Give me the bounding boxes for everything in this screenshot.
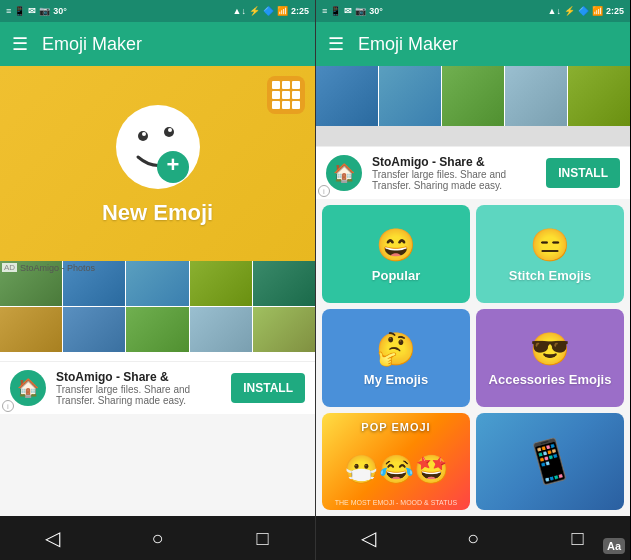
right-photo-2 (379, 66, 441, 126)
right-notification-bar: 🏠 StoAmigo - Share & Transfer large file… (316, 146, 630, 199)
right-notif-icon: 🏠 (326, 155, 362, 191)
accessories-label: Accessories Emojis (489, 372, 612, 387)
photo-cell-10 (253, 307, 315, 352)
right-status-right-icons: ▲↓ ⚡ 🔷 📶 2:25 (548, 6, 624, 16)
left-back-button[interactable]: ◁ (31, 516, 75, 560)
pop-emoji-subtitle: THE MOST EMOJI - MOOD & STATUS (335, 499, 458, 506)
pop-emoji-faces: 😷😂🤩 (344, 453, 449, 486)
right-photo-5 (568, 66, 630, 126)
right-panel: ≡ 📱 ✉ 📷 30° ▲↓ ⚡ 🔷 📶 2:25 ☰ Emoji Maker (315, 0, 630, 560)
right-notif-content: StoAmigo - Share & Transfer large files.… (372, 155, 536, 191)
right-menu-icon[interactable]: ☰ (328, 33, 344, 55)
right-photo-1 (316, 66, 378, 126)
my-emoji-icon: 🤔 (376, 330, 416, 368)
left-ad-banner: AD StoAmigo - Photos (0, 261, 315, 361)
left-bottom-nav: ◁ ○ □ (0, 516, 315, 560)
accessories-emoji-icon: 😎 (530, 330, 570, 368)
left-status-right-icons: ▲↓ ⚡ 🔷 📶 2:25 (233, 6, 309, 16)
ad-label: AD (2, 263, 17, 272)
grid-view-button[interactable] (267, 76, 305, 114)
right-bottom-nav: ◁ ○ □ (316, 516, 630, 560)
photo-grid (0, 261, 315, 361)
hero-section: + New Emoji (0, 66, 315, 261)
new-emoji-label[interactable]: New Emoji (102, 200, 213, 226)
svg-point-3 (142, 132, 146, 136)
left-info-icon[interactable]: i (2, 400, 14, 412)
svg-point-0 (116, 105, 200, 189)
right-house-icon: 🏠 (333, 162, 355, 184)
left-notif-content: StoAmigo - Share & Transfer large files.… (56, 370, 221, 406)
right-status-bar: ≡ 📱 ✉ 📷 30° ▲↓ ⚡ 🔷 📶 2:25 (316, 0, 630, 22)
right-info-icon[interactable]: i (318, 185, 330, 197)
left-notif-desc: Transfer large files. Share and Transfer… (56, 384, 221, 406)
left-notif-title: StoAmigo - Share & (56, 370, 221, 384)
left-app-header: ☰ Emoji Maker (0, 22, 315, 66)
right-ad-bar (316, 126, 630, 146)
photo-cell-5 (253, 261, 315, 306)
right-hamburger-icon: ≡ (322, 6, 327, 16)
left-notification-bar: 🏠 StoAmigo - Share & Transfer large file… (0, 361, 315, 414)
category-grid: 😄 Popular 😑 Stitch Emojis 🤔 My Emojis 😎 … (316, 199, 630, 516)
left-app-title: Emoji Maker (42, 34, 142, 55)
hamburger-icon: ≡ (6, 6, 11, 16)
stitch-emoji-icon: 😑 (530, 226, 570, 264)
pop-emoji-tile[interactable]: pop emoji 😷😂🤩 THE MOST EMOJI - MOOD & ST… (322, 413, 470, 510)
right-photo-4 (505, 66, 567, 126)
photo-cell-9 (190, 307, 252, 352)
house-icon: 🏠 (17, 377, 39, 399)
left-status-icons: ≡ 📱 ✉ 📷 30° (6, 6, 67, 16)
right-app-title: Emoji Maker (358, 34, 458, 55)
phone-keyboard-tile[interactable]: 📱 Aa (476, 413, 624, 510)
smiley-face-icon: + (113, 102, 203, 192)
right-notif-title: StoAmigo - Share & (372, 155, 536, 169)
phone-icon: 📱 (520, 432, 580, 490)
photo-cell-7 (63, 307, 125, 352)
svg-point-4 (168, 128, 172, 132)
svg-text:+: + (166, 152, 179, 177)
right-back-button[interactable]: ◁ (346, 516, 390, 560)
right-status-icons: ≡ 📱 ✉ 📷 30° (322, 6, 383, 16)
photo-cell-8 (126, 307, 188, 352)
left-home-button[interactable]: ○ (136, 516, 180, 560)
right-ad-photos (316, 66, 630, 126)
left-recent-button[interactable]: □ (241, 516, 285, 560)
left-install-button[interactable]: INSTALL (231, 373, 305, 403)
stitch-label: Stitch Emojis (509, 268, 591, 283)
right-app-header: ☰ Emoji Maker (316, 22, 630, 66)
left-notif-icon: 🏠 (10, 370, 46, 406)
right-install-button[interactable]: INSTALL (546, 158, 620, 188)
right-recent-button[interactable]: □ (556, 516, 600, 560)
photo-cell-3 (126, 261, 188, 306)
pop-emoji-title: pop emoji (322, 421, 470, 433)
left-menu-icon[interactable]: ☰ (12, 33, 28, 55)
my-emojis-label: My Emojis (364, 372, 428, 387)
right-photo-3 (442, 66, 504, 126)
category-popular[interactable]: 😄 Popular (322, 205, 470, 303)
category-stitch[interactable]: 😑 Stitch Emojis (476, 205, 624, 303)
popular-emoji-icon: 😄 (376, 226, 416, 264)
photo-cell-6 (0, 307, 62, 352)
right-notif-desc: Transfer large files. Share and Transfer… (372, 169, 536, 191)
photo-cell-4 (190, 261, 252, 306)
left-panel: ≡ 📱 ✉ 📷 30° ▲↓ ⚡ 🔷 📶 2:25 ☰ Emoji Maker (0, 0, 315, 560)
popular-label: Popular (372, 268, 420, 283)
left-status-bar: ≡ 📱 ✉ 📷 30° ▲↓ ⚡ 🔷 📶 2:25 (0, 0, 315, 22)
grid-icon (272, 81, 300, 109)
stoamigo-photos-label: StoAmigo - Photos (20, 263, 95, 273)
right-home-button[interactable]: ○ (451, 516, 495, 560)
right-ad-banner (316, 66, 630, 146)
category-accessories[interactable]: 😎 Accessories Emojis (476, 309, 624, 407)
category-my-emojis[interactable]: 🤔 My Emojis (322, 309, 470, 407)
